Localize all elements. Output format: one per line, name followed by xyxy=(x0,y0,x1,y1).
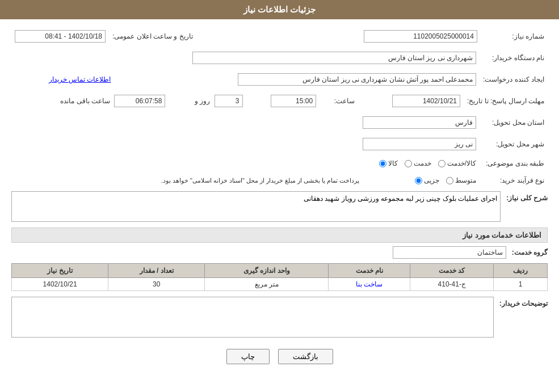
buyer-notes-section: توضیحات خریدار: xyxy=(11,297,548,338)
deadline-remaining-input[interactable] xyxy=(114,95,165,107)
buyer-notes-textarea[interactable] xyxy=(11,297,494,338)
city-row: شهر محل تحویل: xyxy=(11,136,548,153)
need-number-value xyxy=(360,28,481,45)
category-options: کالا/خدمت خدمت کالا xyxy=(11,157,480,170)
contact-link[interactable]: اطلاعات تماس خریدار xyxy=(49,75,111,83)
purchase-medium-radio[interactable] xyxy=(446,177,453,184)
deadline-row: مهلت ارسال پاسخ: تا تاریخ: ساعت: روز و س… xyxy=(11,92,548,109)
cell-unit: متر مربع xyxy=(205,278,329,291)
announce-date-value xyxy=(11,28,109,45)
cell-date: 1402/10/21 xyxy=(12,278,108,291)
category-goods-service-label: کالا/خدمت xyxy=(447,159,476,167)
deadline-label: مهلت ارسال پاسخ: تا تاریخ: xyxy=(464,92,548,109)
page-header: جزئیات اطلاعات نیاز xyxy=(0,0,559,19)
deadline-date-cell xyxy=(358,92,464,109)
announce-date-input[interactable] xyxy=(15,30,106,43)
purchase-medium-option[interactable]: متوسط xyxy=(446,176,476,184)
province-input[interactable] xyxy=(363,116,476,129)
requester-value xyxy=(114,71,480,88)
service-group-input[interactable] xyxy=(393,246,506,259)
service-group-label: گروه خدمت: xyxy=(512,248,548,256)
cell-row-num: 1 xyxy=(494,278,548,291)
need-number-row: شماره نیاز: تاریخ و ساعت اعلان عمومی: xyxy=(11,28,548,45)
purchase-part-radio[interactable] xyxy=(415,177,422,184)
services-section-header: اطلاعات خدمات مورد نیاز xyxy=(11,227,548,243)
col-quantity: تعداد / مقدار xyxy=(108,264,205,278)
service-group-row: گروه خدمت: xyxy=(11,246,548,259)
purchase-part-option[interactable]: جزیی xyxy=(415,176,439,184)
purchase-type-label: نوع فرآیند خرید: xyxy=(480,174,548,187)
page-wrapper: جزئیات اطلاعات نیاز شماره نیاز: تاریخ و … xyxy=(0,0,559,392)
page-title: جزئیات اطلاعات نیاز xyxy=(243,5,316,14)
purchase-medium-label: متوسط xyxy=(455,176,476,184)
col-row-num: ردیف xyxy=(494,264,548,278)
cell-quantity: 30 xyxy=(108,278,205,291)
requester-input[interactable] xyxy=(238,73,476,86)
deadline-day-label: روز و xyxy=(195,97,210,105)
need-number-input[interactable] xyxy=(364,30,477,43)
deadline-date-input[interactable] xyxy=(392,95,460,107)
description-textarea[interactable]: اجرای عملیات بلوک چینی زیر لبه مجموعه ور… xyxy=(11,191,501,222)
deadline-remaining-label: ساعت باقی مانده xyxy=(60,97,110,105)
city-label: شهر محل تحویل: xyxy=(480,136,548,153)
category-goods-service-radio[interactable] xyxy=(438,160,445,167)
col-service-name: نام خدمت xyxy=(329,264,410,278)
province-label: استان محل تحویل: xyxy=(480,114,548,131)
deadline-remaining-cell: ساعت باقی مانده xyxy=(11,92,169,109)
cell-service-code: ج-41-410 xyxy=(410,278,494,291)
city-input[interactable] xyxy=(363,138,476,150)
back-button[interactable]: بازگشت xyxy=(278,349,333,364)
org-name-label: نام دستگاه خریدار: xyxy=(480,49,548,66)
purchase-process-note: پرداخت تمام یا بخشی از مبلغ خریدار از مح… xyxy=(161,176,360,185)
table-row: 1 ج-41-410 ساخت بنا متر مربع 30 1402/10/… xyxy=(12,278,548,291)
city-value xyxy=(11,136,480,153)
deadline-time-input[interactable] xyxy=(271,95,316,107)
buyer-notes-label: توضیحات خریدار: xyxy=(499,297,548,307)
org-name-row: نام دستگاه خریدار: xyxy=(11,49,548,66)
category-goods-label: کالا xyxy=(388,159,398,167)
category-service-radio[interactable] xyxy=(405,160,412,167)
content-area: شماره نیاز: تاریخ و ساعت اعلان عمومی: نا… xyxy=(0,25,559,367)
description-section: شرح کلی نیاز: اجرای عملیات بلوک چینی زیر… xyxy=(11,191,548,222)
announce-date-label: تاریخ و ساعت اعلان عمومی: xyxy=(109,28,196,45)
requester-row: ایجاد کننده درخواست: اطلاعات تماس خریدار xyxy=(11,71,548,88)
contact-link-cell: اطلاعات تماس خریدار xyxy=(11,71,114,88)
category-service-label: خدمت xyxy=(414,159,431,167)
purchase-type-row: نوع فرآیند خرید: متوسط جزیی پرد xyxy=(11,174,548,187)
deadline-days-input[interactable] xyxy=(215,95,243,107)
purchase-type-options: متوسط جزیی xyxy=(363,174,480,187)
deadline-time-cell xyxy=(246,92,320,109)
col-unit: واحد اندازه گیری xyxy=(205,264,329,278)
deadline-days-cell: روز و xyxy=(169,92,246,109)
org-name-input[interactable] xyxy=(192,52,476,64)
category-label: طبقه بندی موضوعی: xyxy=(480,157,548,170)
province-row: استان محل تحویل: xyxy=(11,114,548,131)
category-goods-option[interactable]: کالا xyxy=(379,159,398,167)
process-note-cell: پرداخت تمام یا بخشی از مبلغ خریدار از مح… xyxy=(11,174,363,187)
cell-service-name[interactable]: ساخت بنا xyxy=(329,278,410,291)
category-row: طبقه بندی موضوعی: کالا/خدمت خدمت کالا xyxy=(11,157,548,170)
col-date: تاریخ نیاز xyxy=(12,264,108,278)
org-name-value xyxy=(11,49,480,66)
col-service-code: کد خدمت xyxy=(410,264,494,278)
requester-label: ایجاد کننده درخواست: xyxy=(480,71,548,88)
description-label: شرح کلی نیاز: xyxy=(506,191,548,202)
category-goods-service-option[interactable]: کالا/خدمت xyxy=(438,159,476,167)
category-goods-radio[interactable] xyxy=(379,160,386,167)
services-table: ردیف کد خدمت نام خدمت واحد اندازه گیری ت… xyxy=(11,263,548,291)
category-service-option[interactable]: خدمت xyxy=(405,159,431,167)
print-button[interactable]: چاپ xyxy=(226,349,270,364)
deadline-time-label: ساعت: xyxy=(320,92,358,109)
need-number-label: شماره نیاز: xyxy=(481,28,548,45)
purchase-part-label: جزیی xyxy=(424,176,439,184)
buttons-row: بازگشت چاپ xyxy=(11,349,548,364)
province-value xyxy=(11,114,480,131)
